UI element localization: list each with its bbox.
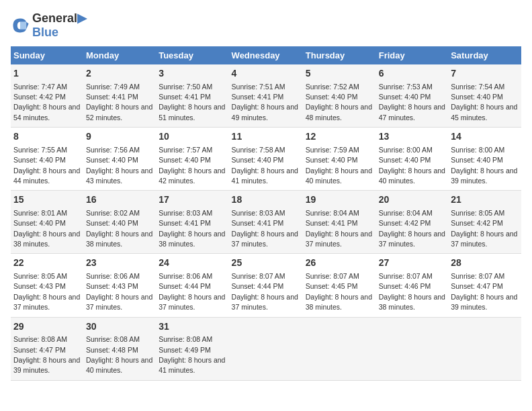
cell-daylight: Daylight: 8 hours and 37 minutes. <box>379 230 445 248</box>
calendar-cell: 1Sunrise: 7:47 AMSunset: 4:42 PMDaylight… <box>11 64 83 128</box>
cell-daylight: Daylight: 8 hours and 41 minutes. <box>232 167 298 185</box>
day-header-monday: Monday <box>83 46 156 64</box>
calendar-cell: 14Sunrise: 8:00 AMSunset: 4:40 PMDayligh… <box>448 128 521 191</box>
day-number: 17 <box>159 193 226 207</box>
header: General▶ Blue <box>11 11 521 40</box>
cell-sunset: Sunset: 4:42 PM <box>451 219 503 227</box>
cell-daylight: Daylight: 8 hours and 54 minutes. <box>13 103 80 121</box>
day-number: 27 <box>379 257 445 270</box>
calendar-cell: 13Sunrise: 8:00 AMSunset: 4:40 PMDayligh… <box>376 128 448 191</box>
cell-daylight: Daylight: 8 hours and 49 minutes. <box>232 103 298 121</box>
cell-daylight: Daylight: 8 hours and 37 minutes. <box>306 230 372 248</box>
cell-sunrise: Sunrise: 7:50 AM <box>159 83 212 91</box>
day-number: 1 <box>13 67 81 81</box>
day-number: 21 <box>451 193 519 207</box>
day-number: 13 <box>379 130 445 144</box>
cell-daylight: Daylight: 8 hours and 38 minutes. <box>159 230 225 248</box>
cell-sunset: Sunset: 4:41 PM <box>232 93 284 101</box>
calendar-cell: 25Sunrise: 8:07 AMSunset: 4:44 PMDayligh… <box>229 254 303 317</box>
calendar-cell: 2Sunrise: 7:49 AMSunset: 4:41 PMDaylight… <box>83 64 156 128</box>
cell-sunset: Sunset: 4:44 PM <box>159 282 211 290</box>
day-number: 4 <box>232 67 300 81</box>
cell-daylight: Daylight: 8 hours and 52 minutes. <box>86 103 152 121</box>
cell-sunset: Sunset: 4:41 PM <box>306 219 358 227</box>
cell-sunrise: Sunrise: 8:01 AM <box>13 209 67 217</box>
calendar-cell: 5Sunrise: 7:52 AMSunset: 4:40 PMDaylight… <box>303 64 376 128</box>
cell-sunset: Sunset: 4:40 PM <box>379 93 431 101</box>
day-number: 20 <box>379 193 445 207</box>
cell-sunrise: Sunrise: 8:08 AM <box>159 335 212 343</box>
cell-daylight: Daylight: 8 hours and 37 minutes. <box>232 293 298 311</box>
calendar-cell: 15Sunrise: 8:01 AMSunset: 4:40 PMDayligh… <box>11 191 83 254</box>
day-number: 14 <box>451 130 519 144</box>
cell-sunset: Sunset: 4:41 PM <box>86 93 138 101</box>
cell-sunset: Sunset: 4:41 PM <box>159 93 211 101</box>
logo-icon <box>11 16 30 35</box>
calendar-table: SundayMondayTuesdayWednesdayThursdayFrid… <box>11 46 521 381</box>
day-number: 25 <box>232 257 300 270</box>
cell-sunrise: Sunrise: 7:49 AM <box>86 83 140 91</box>
cell-sunrise: Sunrise: 8:07 AM <box>451 272 504 280</box>
cell-sunrise: Sunrise: 7:54 AM <box>451 83 504 91</box>
cell-sunrise: Sunrise: 8:03 AM <box>159 209 212 217</box>
cell-daylight: Daylight: 8 hours and 37 minutes. <box>13 293 80 311</box>
cell-sunset: Sunset: 4:48 PM <box>86 346 138 354</box>
calendar-cell <box>448 317 521 380</box>
cell-sunset: Sunset: 4:40 PM <box>159 156 211 164</box>
cell-sunrise: Sunrise: 8:00 AM <box>451 146 504 154</box>
cell-sunrise: Sunrise: 8:08 AM <box>86 335 140 343</box>
cell-daylight: Daylight: 8 hours and 37 minutes. <box>232 230 298 248</box>
week-row-1: 1Sunrise: 7:47 AMSunset: 4:42 PMDaylight… <box>11 64 521 128</box>
day-header-tuesday: Tuesday <box>156 46 228 64</box>
cell-sunset: Sunset: 4:40 PM <box>232 156 284 164</box>
day-number: 16 <box>86 193 153 207</box>
day-number: 26 <box>306 257 373 270</box>
cell-daylight: Daylight: 8 hours and 47 minutes. <box>379 103 445 121</box>
cell-sunset: Sunset: 4:43 PM <box>13 282 66 290</box>
day-number: 12 <box>306 130 373 144</box>
cell-sunset: Sunset: 4:40 PM <box>86 219 138 227</box>
day-number: 10 <box>159 130 226 144</box>
cell-daylight: Daylight: 8 hours and 48 minutes. <box>306 103 372 121</box>
cell-sunset: Sunset: 4:43 PM <box>86 282 138 290</box>
cell-sunrise: Sunrise: 8:02 AM <box>86 209 140 217</box>
day-number: 28 <box>451 257 519 270</box>
day-header-friday: Friday <box>376 46 448 64</box>
days-header-row: SundayMondayTuesdayWednesdayThursdayFrid… <box>11 46 521 64</box>
cell-sunrise: Sunrise: 7:51 AM <box>232 83 285 91</box>
cell-daylight: Daylight: 8 hours and 39 minutes. <box>451 167 517 185</box>
cell-sunset: Sunset: 4:40 PM <box>13 156 66 164</box>
cell-sunrise: Sunrise: 8:07 AM <box>306 272 359 280</box>
calendar-cell: 3Sunrise: 7:50 AMSunset: 4:41 PMDaylight… <box>156 64 228 128</box>
day-number: 31 <box>159 320 226 334</box>
calendar-cell: 21Sunrise: 8:05 AMSunset: 4:42 PMDayligh… <box>448 191 521 254</box>
cell-daylight: Daylight: 8 hours and 45 minutes. <box>451 103 517 121</box>
cell-daylight: Daylight: 8 hours and 39 minutes. <box>451 293 517 311</box>
day-header-saturday: Saturday <box>448 46 521 64</box>
cell-sunrise: Sunrise: 8:06 AM <box>86 272 140 280</box>
cell-daylight: Daylight: 8 hours and 44 minutes. <box>13 167 80 185</box>
cell-sunset: Sunset: 4:44 PM <box>232 282 284 290</box>
calendar-cell: 27Sunrise: 8:07 AMSunset: 4:46 PMDayligh… <box>376 254 448 317</box>
cell-sunset: Sunset: 4:41 PM <box>232 219 284 227</box>
cell-daylight: Daylight: 8 hours and 38 minutes. <box>379 293 445 311</box>
calendar-cell: 10Sunrise: 7:57 AMSunset: 4:40 PMDayligh… <box>156 128 228 191</box>
calendar-cell: 18Sunrise: 8:03 AMSunset: 4:41 PMDayligh… <box>229 191 303 254</box>
cell-sunrise: Sunrise: 7:47 AM <box>13 83 67 91</box>
calendar-cell: 29Sunrise: 8:08 AMSunset: 4:47 PMDayligh… <box>11 317 83 380</box>
day-number: 19 <box>306 193 373 207</box>
day-number: 24 <box>159 257 226 270</box>
cell-sunrise: Sunrise: 8:03 AM <box>232 209 285 217</box>
cell-sunset: Sunset: 4:40 PM <box>86 156 138 164</box>
cell-sunset: Sunset: 4:41 PM <box>159 219 211 227</box>
cell-daylight: Daylight: 8 hours and 37 minutes. <box>451 230 517 248</box>
day-number: 2 <box>86 67 153 81</box>
cell-daylight: Daylight: 8 hours and 51 minutes. <box>159 103 225 121</box>
calendar-cell: 30Sunrise: 8:08 AMSunset: 4:48 PMDayligh… <box>83 317 156 380</box>
cell-daylight: Daylight: 8 hours and 39 minutes. <box>13 356 80 374</box>
day-number: 9 <box>86 130 153 144</box>
calendar-cell: 20Sunrise: 8:04 AMSunset: 4:42 PMDayligh… <box>376 191 448 254</box>
day-header-wednesday: Wednesday <box>229 46 303 64</box>
week-row-4: 22Sunrise: 8:05 AMSunset: 4:43 PMDayligh… <box>11 254 521 317</box>
cell-sunrise: Sunrise: 8:05 AM <box>13 272 67 280</box>
